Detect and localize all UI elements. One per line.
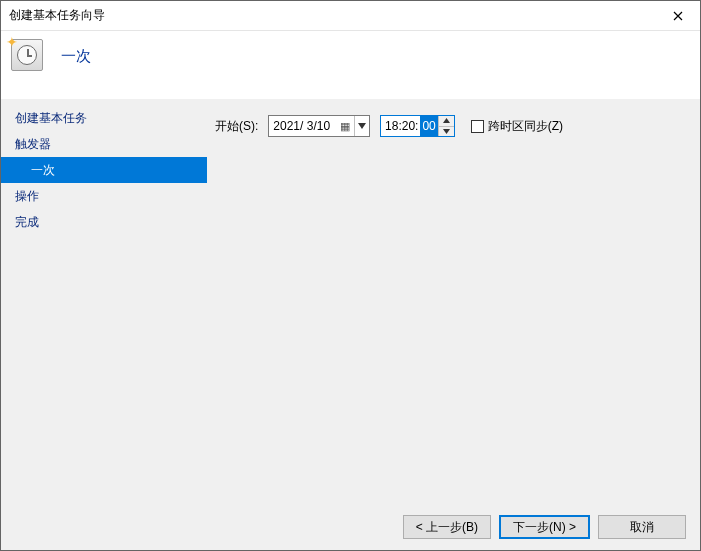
date-value: 2021/ 3/10 <box>269 119 336 133</box>
wizard-header: ✦ 一次 <box>1 31 700 99</box>
next-button[interactable]: 下一步(N) > <box>499 515 590 539</box>
page-title: 一次 <box>61 47 91 66</box>
chevron-down-icon <box>443 129 450 134</box>
wizard-clock-icon: ✦ <box>11 39 43 71</box>
wizard-footer: < 上一步(B) 下一步(N) > 取消 <box>1 504 700 550</box>
sidebar-item-once[interactable]: 一次 <box>1 157 207 183</box>
clock-icon <box>17 45 37 65</box>
time-spin-down[interactable] <box>439 127 454 137</box>
cancel-button[interactable]: 取消 <box>598 515 686 539</box>
sidebar-item-create-basic-task[interactable]: 创建基本任务 <box>1 105 207 131</box>
date-picker[interactable]: 2021/ 3/10 ▦ <box>268 115 370 137</box>
time-selected-seconds: 00 <box>420 116 437 136</box>
chevron-down-icon <box>358 123 366 129</box>
sync-timezone-checkbox-wrap[interactable]: 跨时区同步(Z) <box>471 118 563 135</box>
start-label: 开始(S): <box>215 118 262 135</box>
start-row: 开始(S): 2021/ 3/10 ▦ 18:20: 00 <box>215 115 692 137</box>
sync-timezone-checkbox[interactable] <box>471 120 484 133</box>
close-icon <box>673 11 683 21</box>
titlebar: 创建基本任务向导 <box>1 1 700 31</box>
wizard-sidebar: 创建基本任务 触发器 一次 操作 完成 <box>1 99 207 504</box>
sidebar-item-finish[interactable]: 完成 <box>1 209 207 235</box>
wizard-content: 开始(S): 2021/ 3/10 ▦ 18:20: 00 <box>207 99 700 504</box>
close-button[interactable] <box>655 1 700 31</box>
wizard-window: 创建基本任务向导 ✦ 一次 创建基本任务 触发器 一次 操作 完成 开始(S):… <box>0 0 701 551</box>
sparkle-icon: ✦ <box>6 34 18 50</box>
date-dropdown-button[interactable] <box>354 116 369 136</box>
time-spin-up[interactable] <box>439 116 454 127</box>
wizard-body: 创建基本任务 触发器 一次 操作 完成 开始(S): 2021/ 3/10 ▦ … <box>1 99 700 504</box>
time-picker[interactable]: 18:20: 00 <box>380 115 455 137</box>
sidebar-item-trigger[interactable]: 触发器 <box>1 131 207 157</box>
time-prefix: 18:20: <box>381 116 420 136</box>
back-button[interactable]: < 上一步(B) <box>403 515 491 539</box>
sync-timezone-label: 跨时区同步(Z) <box>488 118 563 135</box>
time-spinner <box>438 116 454 136</box>
window-title: 创建基本任务向导 <box>9 7 105 24</box>
sidebar-item-action[interactable]: 操作 <box>1 183 207 209</box>
calendar-icon: ▦ <box>336 120 354 133</box>
chevron-up-icon <box>443 118 450 123</box>
